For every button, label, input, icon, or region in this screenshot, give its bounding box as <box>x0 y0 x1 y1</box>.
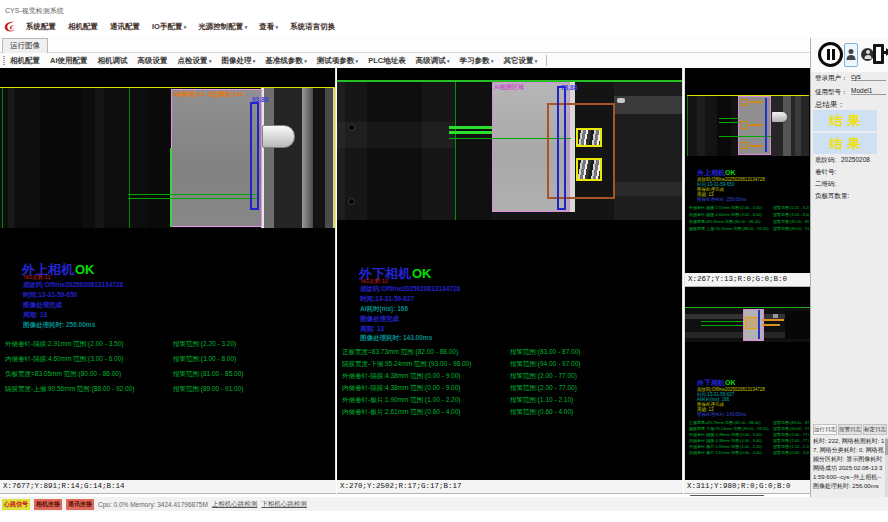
tool-baseline-params[interactable]: 基准线参数 <box>260 56 311 66</box>
camera-image-lower: AI检测区域 73.88 <box>337 82 683 220</box>
bolt-head <box>348 198 355 205</box>
menu-item-view[interactable]: 查看 <box>253 22 284 32</box>
measurement-row: 外侧卷针-隔膜:4.38mm 范围:(0.00 - 9.00)报警范围:(2.0… <box>337 372 682 382</box>
tab-strip: 运行图像 <box>0 37 888 53</box>
user-button-active[interactable] <box>844 43 858 67</box>
tool-plc-address[interactable]: PLC地址表 <box>363 56 411 66</box>
process-time: 图像处理耗时: 256.00ms <box>23 321 95 330</box>
thumb-bar-underline <box>690 495 764 496</box>
result-box-lower: 结果 <box>813 133 877 154</box>
thumb-measure-row: 隔膜宽度-上侧:90.56mm 范围:(88.00 - 92.00)报警范围:(… <box>685 226 810 232</box>
upper-camera-heartbeat-link[interactable]: 上相机心跳检测 <box>212 500 258 509</box>
measure-value-label: 93.88 <box>252 96 268 103</box>
tool-advanced-debug[interactable]: 高级调试 <box>411 56 455 66</box>
measurement-row: 内侧卷针-隔膜:4.60mm 范围:(3.00 - 6.00)报警范围:(3.0… <box>0 355 335 365</box>
overlay-green-vline <box>170 148 172 227</box>
threshold-label: N标阈值:93, 动态阈值:100 <box>173 90 243 99</box>
tool-ai-config[interactable]: AI使用配置 <box>45 56 93 66</box>
result-ok: OK <box>75 262 95 277</box>
camera-view-lower[interactable]: AI检测区域 73.88 外下相机OK NG次数:10 底纹码:Offline2… <box>337 68 683 480</box>
overlay-roi-rect <box>171 89 262 227</box>
info-ai-time: AI耗时(ms): 166 <box>360 305 408 314</box>
info-code: 底纹码:Offline2025020813134728 <box>23 281 123 290</box>
info-time: 时间:13-31-59-650 <box>23 291 77 300</box>
tool-image-process[interactable]: 图像处理 <box>216 56 260 66</box>
menu-item-light-config[interactable]: 光源控制配置 <box>192 22 253 32</box>
overlay-measure-rect <box>250 102 259 210</box>
thumb-image-lower <box>685 308 810 342</box>
model-label: 使用型号： <box>815 88 848 97</box>
thumb-mark <box>740 142 748 149</box>
exit-button[interactable] <box>873 44 888 66</box>
thumb-mark <box>740 99 748 106</box>
thumb-measure-row: 外侧卷针-隔膜:2.91mm 范围:(2.00 - 3.50)报警范围:(2.2… <box>685 205 810 211</box>
camera-image-upper: N标阈值:93, 动态阈值:100 93.88 <box>0 88 336 228</box>
thumb-measure-row: 内侧卷针-隔膜:4.60mm 范围:(3.00 - 6.00)报警范围:(3.0… <box>685 212 810 218</box>
status-bar: 心跳信号 相机连接 通讯连接 Cpu: 0.0% Memory: 3424.41… <box>0 497 888 511</box>
tool-camera-config[interactable]: 相机配置 <box>5 56 45 66</box>
model-value[interactable]: Model1 <box>851 87 886 95</box>
info-time: 时间:13-31-59-627 <box>360 295 414 304</box>
overlay-defect-box <box>576 158 602 181</box>
thumbnail-column[interactable]: 外上相机OK 底纹码:Offline2025020813134728 时间:13… <box>684 68 810 480</box>
login-user-label: 登录用户： <box>815 74 848 83</box>
field-label: 底纹码: <box>815 156 836 165</box>
measure-value-label: 73.88 <box>561 84 577 91</box>
info-done: 图像处理完成 <box>23 301 62 310</box>
thumb-measure-line <box>765 98 767 152</box>
thumb-measure-line <box>758 310 760 339</box>
coords-bar-lower: X:270;Y:2502;R:17;G:17;B:17 <box>337 480 683 494</box>
toolbar-divider <box>546 55 547 66</box>
cpu-memory-text: Cpu: 0.0% Memory: 3424.41796875M <box>98 501 208 508</box>
menu-item-language[interactable]: 系统语言切换 <box>284 22 341 32</box>
pause-button[interactable] <box>818 42 843 67</box>
thumb-info: 图像处理耗时: 143.00ms <box>697 412 809 417</box>
toolbar: 相机配置 AI使用配置 相机调试 高级设置 点检设置 图像处理 基准线参数 测试… <box>0 53 810 68</box>
tool-camera-debug[interactable]: 相机调试 <box>93 56 133 66</box>
info-cycle: 周期: 13 <box>23 311 47 320</box>
tool-other-settings[interactable]: 其它设置 <box>498 56 542 66</box>
menu-item-camera-config[interactable]: 相机配置 <box>62 22 104 32</box>
camera-view-upper[interactable]: N标阈值:93, 动态阈值:100 93.88 外上相机OK NG次数:11 底… <box>0 68 336 480</box>
coords-bar-thumb-upper: X:267;Y:13;R:0;G:0;B:0 <box>685 273 810 287</box>
ng-count: NG次数:11 <box>24 274 51 281</box>
thumb-image-upper <box>687 96 809 156</box>
control-buttons-row <box>811 38 888 72</box>
tool-test-params[interactable]: 测试项参数 <box>312 56 363 66</box>
menu-item-system-config[interactable]: 系统配置 <box>20 22 62 32</box>
status-comm-badge: 通讯连接 <box>66 499 94 510</box>
result-box-upper: 结果 <box>813 110 877 131</box>
log-tab-calib[interactable]: 标定日志 <box>863 424 887 435</box>
measurement-row: 正极宽度=83.73mm 范围:(82.00 - 88.00)报警范围:(83.… <box>337 348 682 358</box>
lower-camera-heartbeat-link[interactable]: 下相机心跳检测 <box>261 500 307 509</box>
menu-item-io-config[interactable]: IO手配置 <box>146 22 192 32</box>
overlay-green-hline <box>128 198 259 199</box>
login-user-value[interactable]: cys <box>851 73 886 81</box>
tab-clip-object <box>262 125 295 148</box>
menu-item-comm-config[interactable]: 通讯配置 <box>104 22 146 32</box>
status-camera-badge: 相机连接 <box>34 499 62 510</box>
control-panel: 登录用户： cys 使用型号： Model1 总结果： 结果 结果 底纹码: 2… <box>810 38 888 497</box>
ai-region-label: AI检测区域 <box>494 83 524 92</box>
thumb-measure-row: 内侧卷针-极片:2.61mm 范围:(0.60 - 4.00)报警范围:(0.6… <box>685 450 810 456</box>
overlay-green-vline <box>2 88 3 228</box>
process-time: 图像处理耗时: 143.00ms <box>360 334 432 343</box>
field-label: 卷针号: <box>815 168 836 177</box>
overlay-green-hline <box>449 126 492 129</box>
measurement-row: 内侧卷针-极片:2.61mm 范围:(0.60 - 4.00)报警范围:(0.6… <box>337 408 682 418</box>
status-heartbeat-badge: 心跳信号 <box>2 499 30 510</box>
overlay-defect-box <box>576 128 602 147</box>
log-tab-alarm[interactable]: 报警日志 <box>838 424 862 435</box>
app-logo-icon <box>3 20 18 34</box>
tool-advanced-settings[interactable]: 高级设置 <box>133 56 173 66</box>
tab-run-image[interactable]: 运行图像 <box>2 38 48 53</box>
coords-bar-thumb-lower: X:311;Y:980;R:0;G:0;B:0 <box>684 480 810 494</box>
log-tab-run[interactable]: 运行日志 <box>813 424 837 435</box>
measurement-row: 外侧卷针-隔膜:2.91mm 范围:(2.00 - 3.50)报警范围:(2.2… <box>0 340 335 350</box>
info-code: 底纹码:Offline2025020813134728 <box>360 285 460 294</box>
overlay-yellow-vline <box>334 88 335 228</box>
tool-learn-params[interactable]: 学习参数 <box>455 56 499 66</box>
field-value: 20250208 <box>841 156 870 163</box>
field-label: 二维码: <box>815 180 836 189</box>
tool-spot-check[interactable]: 点检设置 <box>173 56 217 66</box>
